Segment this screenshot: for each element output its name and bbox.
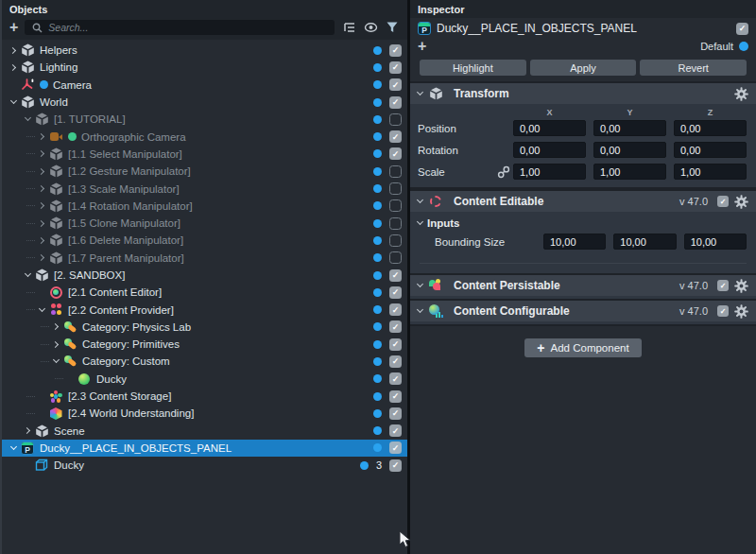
object-enabled-checkbox[interactable]: ✓ [736, 23, 748, 35]
component-enabled-checkbox[interactable]: ✓ [717, 196, 729, 207]
eye-icon[interactable] [363, 21, 378, 34]
enabled-checkbox[interactable]: ✓ [389, 338, 402, 351]
filter-icon[interactable] [385, 21, 400, 34]
vector-value-field[interactable]: 0,00 [513, 120, 586, 136]
tree-row[interactable]: World✓ [2, 94, 407, 111]
tree-row[interactable]: Ducky__PLACE_IN_OBJECTS_PANEL✓ [2, 440, 407, 457]
vector-value-field[interactable]: 0,00 [513, 142, 586, 158]
component-enabled-checkbox[interactable]: ✓ [717, 280, 729, 291]
tree-row[interactable]: [1.7 Parent Manipulator] [2, 250, 407, 267]
vector-value-field[interactable]: 1,00 [513, 164, 586, 180]
enabled-checkbox[interactable]: ✓ [389, 61, 402, 74]
component-collapse-chevron-icon[interactable] [417, 306, 423, 313]
enabled-checkbox[interactable]: ✓ [389, 44, 402, 57]
bounding-size-field[interactable]: 10,00 [684, 234, 747, 250]
tree-row[interactable]: [2.4 World Understanding]✓ [2, 405, 407, 422]
tree-row[interactable]: [2.3 Content Storage]✓ [2, 388, 407, 405]
tree-row[interactable]: Orthographic Camera✓ [2, 128, 407, 145]
visibility-dot[interactable] [373, 236, 382, 245]
visibility-dot[interactable] [373, 46, 382, 55]
visibility-dot[interactable] [373, 357, 382, 366]
add-component-button[interactable]: + Add Component [524, 338, 641, 357]
revert-button[interactable]: Revert [640, 60, 747, 76]
chevron-right-icon[interactable] [36, 238, 48, 243]
visibility-dot[interactable] [373, 115, 382, 124]
tree-row[interactable]: Ducky3✓ [2, 457, 407, 474]
add-object-button[interactable]: + [9, 21, 18, 34]
transform-collapse-chevron-icon[interactable] [417, 89, 423, 95]
vector-value-field[interactable]: 0,00 [593, 142, 666, 158]
visibility-dot[interactable] [373, 219, 382, 228]
visibility-dot[interactable] [373, 340, 382, 349]
tree-row[interactable]: [2. SANDBOX]✓ [2, 267, 407, 284]
chevron-down-icon[interactable] [22, 118, 34, 120]
tree-row[interactable]: Ducky✓ [2, 371, 407, 388]
vector-value-field[interactable]: 1,00 [674, 164, 747, 180]
visibility-dot[interactable] [373, 63, 382, 72]
component-enabled-checkbox[interactable]: ✓ [717, 305, 729, 317]
tree-row[interactable]: [1.4 Rotation Manipulator] [2, 198, 407, 215]
chevron-right-icon[interactable] [36, 151, 48, 156]
enabled-checkbox[interactable]: ✓ [389, 78, 402, 91]
chevron-right-icon[interactable] [50, 342, 62, 347]
chevron-down-icon[interactable] [36, 309, 48, 311]
tree-row[interactable]: [1.5 Clone Manipulator] [2, 215, 407, 232]
visibility-dot[interactable] [373, 305, 382, 314]
vector-value-field[interactable]: 0,00 [674, 142, 747, 158]
chevron-right-icon[interactable] [22, 428, 34, 433]
tree-row[interactable]: [1.3 Scale Manipulator] [2, 180, 407, 197]
tree-row[interactable]: [2.1 Content Editor]✓ [2, 284, 407, 301]
chevron-down-icon[interactable] [50, 360, 62, 362]
visibility-dot[interactable] [373, 392, 382, 401]
component-gear-icon[interactable] [734, 279, 748, 293]
tree-row[interactable]: [1.2 Gesture Manipulator] [2, 163, 407, 180]
search-box[interactable] [25, 20, 335, 35]
chevron-right-icon[interactable] [8, 65, 20, 70]
add-inspector-item-button[interactable]: + [418, 40, 426, 53]
tree-row[interactable]: Category: Physics Lab✓ [2, 319, 407, 336]
tree-row[interactable]: Category: Primitives✓ [2, 336, 407, 353]
enabled-checkbox[interactable]: ✓ [389, 390, 402, 403]
scale-link-icon[interactable] [497, 165, 513, 179]
visibility-dot[interactable] [373, 184, 382, 193]
visibility-dot[interactable] [373, 201, 382, 210]
transform-gear-icon[interactable] [734, 87, 748, 101]
visibility-dot[interactable] [373, 374, 382, 383]
vector-value-field[interactable]: 0,00 [593, 120, 666, 136]
bounding-size-field[interactable]: 10,00 [613, 234, 676, 250]
enabled-checkbox[interactable]: ✓ [389, 269, 402, 282]
inputs-collapse-chevron-icon[interactable] [417, 218, 423, 225]
enabled-checkbox[interactable]: ✓ [389, 96, 402, 109]
enabled-checkbox[interactable] [389, 113, 402, 126]
component-collapse-chevron-icon[interactable] [417, 197, 423, 203]
visibility-dot[interactable] [373, 322, 382, 331]
chevron-down-icon[interactable] [22, 274, 34, 276]
tree-row[interactable]: [1.1 Select Manipulator]✓ [2, 146, 407, 163]
default-state-dot[interactable] [739, 42, 748, 51]
enabled-checkbox[interactable]: ✓ [389, 147, 402, 160]
visibility-dot[interactable] [373, 443, 382, 452]
visibility-dot[interactable] [373, 132, 382, 141]
enabled-checkbox[interactable]: ✓ [389, 407, 402, 420]
chevron-right-icon[interactable] [36, 221, 48, 226]
enabled-checkbox[interactable] [389, 199, 402, 212]
enabled-checkbox[interactable] [389, 234, 402, 247]
visibility-dot[interactable] [373, 426, 382, 435]
bounding-size-field[interactable]: 10,00 [543, 234, 606, 250]
visibility-dot[interactable] [373, 288, 382, 297]
component-gear-icon[interactable] [734, 304, 748, 319]
tree-row[interactable]: [1.6 Delete Manipulator] [2, 232, 407, 249]
tree-row[interactable]: Lighting✓ [2, 59, 407, 76]
enabled-checkbox[interactable]: ✓ [389, 372, 402, 385]
enabled-checkbox[interactable]: ✓ [389, 303, 402, 316]
enabled-checkbox[interactable]: ✓ [389, 424, 402, 437]
enabled-checkbox[interactable]: ✓ [389, 320, 402, 333]
chevron-right-icon[interactable] [36, 255, 48, 260]
enabled-checkbox[interactable]: ✓ [389, 459, 402, 472]
visibility-dot[interactable] [360, 461, 369, 470]
enabled-checkbox[interactable] [389, 182, 402, 195]
chevron-down-icon[interactable] [8, 101, 20, 103]
visibility-dot[interactable] [373, 98, 382, 107]
component-collapse-chevron-icon[interactable] [417, 281, 423, 287]
tree-row[interactable]: Category: Custom✓ [2, 353, 407, 370]
